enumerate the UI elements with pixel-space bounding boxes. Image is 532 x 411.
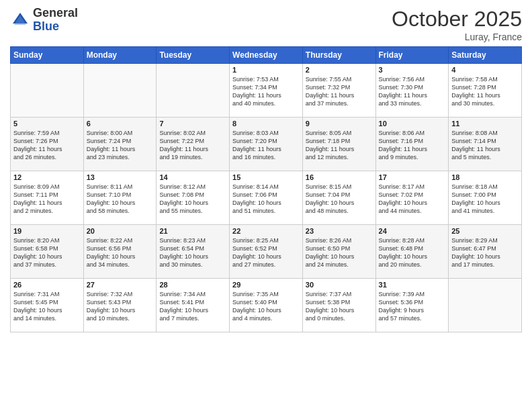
- cell-content: Sunrise: 7:56 AM Sunset: 7:30 PM Dayligh…: [379, 75, 446, 108]
- cell-content: Sunrise: 8:17 AM Sunset: 7:02 PM Dayligh…: [379, 183, 446, 216]
- day-number: 3: [379, 66, 446, 74]
- day-number: 27: [87, 281, 154, 289]
- cell-content: Sunrise: 8:22 AM Sunset: 6:56 PM Dayligh…: [87, 236, 154, 269]
- logo-general-text: General: [33, 7, 78, 20]
- day-number: 6: [87, 120, 154, 128]
- cell-content: Sunrise: 8:00 AM Sunset: 7:24 PM Dayligh…: [87, 129, 154, 162]
- cell-content: Sunrise: 8:29 AM Sunset: 6:47 PM Dayligh…: [451, 236, 519, 269]
- day-number: 10: [379, 120, 446, 128]
- cell-content: Sunrise: 7:31 AM Sunset: 5:45 PM Dayligh…: [13, 290, 81, 323]
- header-wednesday: Wednesday: [230, 47, 303, 64]
- cell-content: Sunrise: 8:08 AM Sunset: 7:14 PM Dayligh…: [451, 129, 519, 162]
- table-row: 4Sunrise: 7:58 AM Sunset: 7:28 PM Daylig…: [449, 64, 522, 118]
- day-number: 28: [159, 281, 226, 289]
- header-saturday: Saturday: [449, 47, 522, 64]
- day-number: 4: [451, 66, 519, 74]
- table-row: 14Sunrise: 8:12 AM Sunset: 7:08 PM Dayli…: [157, 171, 230, 225]
- cell-content: Sunrise: 7:59 AM Sunset: 7:26 PM Dayligh…: [13, 129, 81, 162]
- table-row: 6Sunrise: 8:00 AM Sunset: 7:24 PM Daylig…: [83, 118, 157, 171]
- calendar-week-1: 1Sunrise: 7:53 AM Sunset: 7:34 PM Daylig…: [11, 64, 522, 118]
- day-number: 11: [451, 120, 519, 128]
- day-number: 9: [306, 120, 373, 128]
- cell-content: Sunrise: 8:23 AM Sunset: 6:54 PM Dayligh…: [159, 236, 226, 269]
- header-monday: Monday: [83, 47, 157, 64]
- cell-content: Sunrise: 8:09 AM Sunset: 7:11 PM Dayligh…: [13, 183, 81, 216]
- day-number: 8: [232, 120, 300, 128]
- header-friday: Friday: [375, 47, 449, 64]
- cell-content: Sunrise: 8:20 AM Sunset: 6:58 PM Dayligh…: [13, 236, 81, 269]
- location: Luray, France: [392, 32, 522, 42]
- page: General Blue October 2025 Luray, France …: [0, 0, 532, 411]
- cell-content: Sunrise: 8:12 AM Sunset: 7:08 PM Dayligh…: [159, 183, 226, 216]
- day-number: 21: [159, 227, 226, 235]
- calendar-week-5: 26Sunrise: 7:31 AM Sunset: 5:45 PM Dayli…: [11, 279, 522, 332]
- cell-content: Sunrise: 7:58 AM Sunset: 7:28 PM Dayligh…: [451, 75, 519, 108]
- calendar-week-3: 12Sunrise: 8:09 AM Sunset: 7:11 PM Dayli…: [11, 171, 522, 225]
- table-row: 3Sunrise: 7:56 AM Sunset: 7:30 PM Daylig…: [375, 64, 449, 118]
- day-number: 14: [159, 173, 226, 181]
- cell-content: Sunrise: 7:55 AM Sunset: 7:32 PM Dayligh…: [306, 75, 373, 108]
- logo-text: General Blue: [33, 7, 78, 34]
- day-number: 15: [232, 173, 300, 181]
- title-section: October 2025 Luray, France: [392, 7, 522, 42]
- table-row: 5Sunrise: 7:59 AM Sunset: 7:26 PM Daylig…: [11, 118, 84, 171]
- table-row: 21Sunrise: 8:23 AM Sunset: 6:54 PM Dayli…: [157, 225, 230, 279]
- table-row: [449, 279, 522, 332]
- table-row: 9Sunrise: 8:05 AM Sunset: 7:18 PM Daylig…: [302, 118, 375, 171]
- day-number: 19: [13, 227, 81, 235]
- table-row: [83, 64, 157, 118]
- day-number: 5: [13, 120, 81, 128]
- cell-content: Sunrise: 8:15 AM Sunset: 7:04 PM Dayligh…: [306, 183, 373, 216]
- month-title: October 2025: [392, 7, 522, 32]
- table-row: 12Sunrise: 8:09 AM Sunset: 7:11 PM Dayli…: [11, 171, 84, 225]
- table-row: 7Sunrise: 8:02 AM Sunset: 7:22 PM Daylig…: [157, 118, 230, 171]
- header-tuesday: Tuesday: [157, 47, 230, 64]
- cell-content: Sunrise: 8:05 AM Sunset: 7:18 PM Dayligh…: [306, 129, 373, 162]
- table-row: 27Sunrise: 7:32 AM Sunset: 5:43 PM Dayli…: [83, 279, 157, 332]
- table-row: 24Sunrise: 8:28 AM Sunset: 6:48 PM Dayli…: [375, 225, 449, 279]
- cell-content: Sunrise: 7:37 AM Sunset: 5:38 PM Dayligh…: [306, 290, 373, 323]
- table-row: 13Sunrise: 8:11 AM Sunset: 7:10 PM Dayli…: [83, 171, 157, 225]
- logo-icon: [10, 10, 30, 30]
- cell-content: Sunrise: 7:53 AM Sunset: 7:34 PM Dayligh…: [232, 75, 300, 108]
- table-row: 19Sunrise: 8:20 AM Sunset: 6:58 PM Dayli…: [11, 225, 84, 279]
- table-row: 1Sunrise: 7:53 AM Sunset: 7:34 PM Daylig…: [230, 64, 303, 118]
- cell-content: Sunrise: 8:26 AM Sunset: 6:50 PM Dayligh…: [306, 236, 373, 269]
- day-number: 2: [306, 66, 373, 74]
- table-row: 31Sunrise: 7:39 AM Sunset: 5:36 PM Dayli…: [375, 279, 449, 332]
- day-number: 31: [379, 281, 446, 289]
- table-row: 23Sunrise: 8:26 AM Sunset: 6:50 PM Dayli…: [302, 225, 375, 279]
- table-row: 10Sunrise: 8:06 AM Sunset: 7:16 PM Dayli…: [375, 118, 449, 171]
- logo-blue-text: Blue: [33, 20, 78, 34]
- calendar-week-4: 19Sunrise: 8:20 AM Sunset: 6:58 PM Dayli…: [11, 225, 522, 279]
- table-row: 29Sunrise: 7:35 AM Sunset: 5:40 PM Dayli…: [230, 279, 303, 332]
- table-row: 18Sunrise: 8:18 AM Sunset: 7:00 PM Dayli…: [449, 171, 522, 225]
- day-number: 25: [451, 227, 519, 235]
- table-row: 17Sunrise: 8:17 AM Sunset: 7:02 PM Dayli…: [375, 171, 449, 225]
- table-row: [157, 64, 230, 118]
- cell-content: Sunrise: 7:35 AM Sunset: 5:40 PM Dayligh…: [232, 290, 300, 323]
- calendar-header-row: Sunday Monday Tuesday Wednesday Thursday…: [11, 47, 522, 64]
- day-number: 7: [159, 120, 226, 128]
- table-row: 11Sunrise: 8:08 AM Sunset: 7:14 PM Dayli…: [449, 118, 522, 171]
- cell-content: Sunrise: 8:28 AM Sunset: 6:48 PM Dayligh…: [379, 236, 446, 269]
- table-row: 26Sunrise: 7:31 AM Sunset: 5:45 PM Dayli…: [11, 279, 84, 332]
- header: General Blue October 2025 Luray, France: [10, 7, 522, 42]
- day-number: 17: [379, 173, 446, 181]
- table-row: 8Sunrise: 8:03 AM Sunset: 7:20 PM Daylig…: [230, 118, 303, 171]
- logo: General Blue: [10, 7, 78, 34]
- cell-content: Sunrise: 7:34 AM Sunset: 5:41 PM Dayligh…: [159, 290, 226, 323]
- calendar-table: Sunday Monday Tuesday Wednesday Thursday…: [10, 46, 522, 332]
- table-row: 30Sunrise: 7:37 AM Sunset: 5:38 PM Dayli…: [302, 279, 375, 332]
- cell-content: Sunrise: 8:18 AM Sunset: 7:00 PM Dayligh…: [451, 183, 519, 216]
- day-number: 12: [13, 173, 81, 181]
- table-row: 28Sunrise: 7:34 AM Sunset: 5:41 PM Dayli…: [157, 279, 230, 332]
- table-row: 25Sunrise: 8:29 AM Sunset: 6:47 PM Dayli…: [449, 225, 522, 279]
- cell-content: Sunrise: 8:11 AM Sunset: 7:10 PM Dayligh…: [87, 183, 154, 216]
- cell-content: Sunrise: 8:14 AM Sunset: 7:06 PM Dayligh…: [232, 183, 300, 216]
- day-number: 20: [87, 227, 154, 235]
- table-row: 20Sunrise: 8:22 AM Sunset: 6:56 PM Dayli…: [83, 225, 157, 279]
- day-number: 23: [306, 227, 373, 235]
- cell-content: Sunrise: 8:25 AM Sunset: 6:52 PM Dayligh…: [232, 236, 300, 269]
- cell-content: Sunrise: 7:32 AM Sunset: 5:43 PM Dayligh…: [87, 290, 154, 323]
